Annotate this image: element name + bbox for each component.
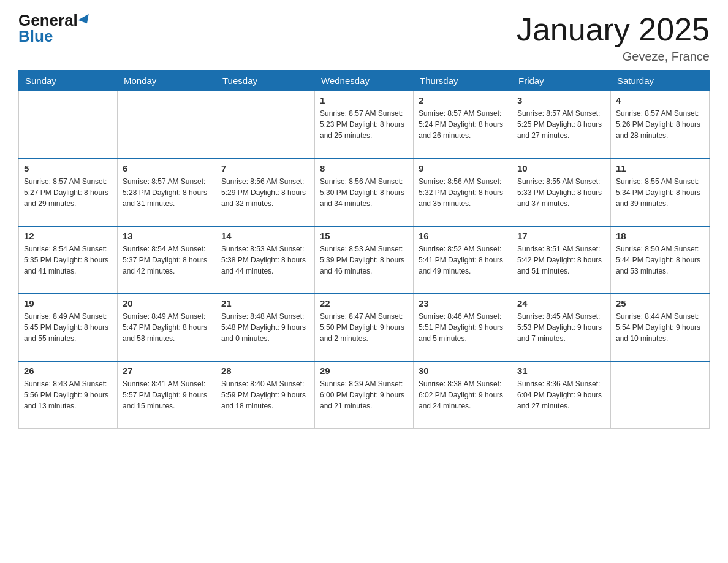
- calendar-cell: 23Sunrise: 8:46 AM Sunset: 5:51 PM Dayli…: [414, 294, 512, 361]
- day-info: Sunrise: 8:40 AM Sunset: 5:59 PM Dayligh…: [221, 378, 309, 412]
- day-info: Sunrise: 8:56 AM Sunset: 5:30 PM Dayligh…: [320, 176, 408, 209]
- day-number: 18: [616, 231, 704, 241]
- day-info: Sunrise: 8:51 AM Sunset: 5:42 PM Dayligh…: [517, 243, 605, 277]
- day-info: Sunrise: 8:49 AM Sunset: 5:47 PM Dayligh…: [123, 311, 211, 344]
- calendar-cell: 25Sunrise: 8:44 AM Sunset: 5:54 PM Dayli…: [611, 294, 710, 361]
- column-header-sunday: Sunday: [19, 71, 118, 91]
- calendar-cell: 5Sunrise: 8:57 AM Sunset: 5:27 PM Daylig…: [19, 159, 118, 226]
- logo: General Blue: [18, 12, 91, 44]
- day-number: 15: [320, 231, 408, 241]
- day-number: 25: [616, 298, 704, 308]
- calendar-cell: 21Sunrise: 8:48 AM Sunset: 5:48 PM Dayli…: [216, 294, 315, 361]
- calendar-week-row: 5Sunrise: 8:57 AM Sunset: 5:27 PM Daylig…: [19, 159, 710, 226]
- day-number: 27: [123, 366, 211, 376]
- day-number: 7: [221, 163, 309, 174]
- day-info: Sunrise: 8:55 AM Sunset: 5:34 PM Dayligh…: [616, 176, 704, 209]
- day-info: Sunrise: 8:56 AM Sunset: 5:29 PM Dayligh…: [221, 176, 309, 209]
- column-header-friday: Friday: [512, 71, 611, 91]
- calendar-cell: 15Sunrise: 8:53 AM Sunset: 5:39 PM Dayli…: [315, 226, 414, 294]
- calendar-cell: 1Sunrise: 8:57 AM Sunset: 5:23 PM Daylig…: [315, 91, 414, 159]
- day-number: 11: [616, 163, 704, 174]
- calendar-cell: [216, 91, 315, 159]
- day-info: Sunrise: 8:56 AM Sunset: 5:32 PM Dayligh…: [419, 176, 507, 209]
- calendar-cell: 10Sunrise: 8:55 AM Sunset: 5:33 PM Dayli…: [512, 159, 611, 226]
- day-number: 28: [221, 366, 309, 376]
- day-number: 6: [123, 163, 211, 174]
- month-title: January 2025: [517, 12, 710, 47]
- day-number: 1: [320, 95, 408, 105]
- column-header-wednesday: Wednesday: [315, 71, 414, 91]
- day-number: 12: [24, 231, 112, 241]
- day-info: Sunrise: 8:57 AM Sunset: 5:24 PM Dayligh…: [419, 108, 507, 141]
- day-number: 14: [221, 231, 309, 241]
- calendar-cell: 19Sunrise: 8:49 AM Sunset: 5:45 PM Dayli…: [19, 294, 118, 361]
- calendar-cell: [19, 91, 118, 159]
- calendar-cell: 7Sunrise: 8:56 AM Sunset: 5:29 PM Daylig…: [216, 159, 315, 226]
- day-info: Sunrise: 8:39 AM Sunset: 6:00 PM Dayligh…: [320, 378, 408, 412]
- day-number: 9: [419, 163, 507, 174]
- logo-blue-text: Blue: [18, 28, 53, 44]
- column-header-saturday: Saturday: [611, 71, 710, 91]
- column-header-thursday: Thursday: [414, 71, 512, 91]
- calendar-cell: 26Sunrise: 8:43 AM Sunset: 5:56 PM Dayli…: [19, 361, 118, 429]
- day-info: Sunrise: 8:44 AM Sunset: 5:54 PM Dayligh…: [616, 311, 704, 344]
- day-number: 5: [24, 163, 112, 174]
- calendar-cell: 13Sunrise: 8:54 AM Sunset: 5:37 PM Dayli…: [118, 226, 216, 294]
- day-number: 29: [320, 366, 408, 376]
- calendar-cell: 29Sunrise: 8:39 AM Sunset: 6:00 PM Dayli…: [315, 361, 414, 429]
- column-header-monday: Monday: [118, 71, 216, 91]
- day-info: Sunrise: 8:53 AM Sunset: 5:38 PM Dayligh…: [221, 243, 309, 277]
- day-info: Sunrise: 8:48 AM Sunset: 5:48 PM Dayligh…: [221, 311, 309, 344]
- day-number: 24: [517, 298, 605, 308]
- calendar-cell: 17Sunrise: 8:51 AM Sunset: 5:42 PM Dayli…: [512, 226, 611, 294]
- calendar-week-row: 1Sunrise: 8:57 AM Sunset: 5:23 PM Daylig…: [19, 91, 710, 159]
- day-number: 3: [517, 95, 605, 105]
- day-number: 10: [517, 163, 605, 174]
- day-number: 19: [24, 298, 112, 308]
- day-info: Sunrise: 8:54 AM Sunset: 5:37 PM Dayligh…: [123, 243, 211, 277]
- day-info: Sunrise: 8:47 AM Sunset: 5:50 PM Dayligh…: [320, 311, 408, 344]
- calendar-cell: [118, 91, 216, 159]
- day-number: 20: [123, 298, 211, 308]
- day-info: Sunrise: 8:55 AM Sunset: 5:33 PM Dayligh…: [517, 176, 605, 209]
- calendar-cell: 2Sunrise: 8:57 AM Sunset: 5:24 PM Daylig…: [414, 91, 512, 159]
- day-info: Sunrise: 8:57 AM Sunset: 5:26 PM Dayligh…: [616, 108, 704, 141]
- calendar-cell: 20Sunrise: 8:49 AM Sunset: 5:47 PM Dayli…: [118, 294, 216, 361]
- day-info: Sunrise: 8:57 AM Sunset: 5:23 PM Dayligh…: [320, 108, 408, 141]
- calendar-cell: 31Sunrise: 8:36 AM Sunset: 6:04 PM Dayli…: [512, 361, 611, 429]
- day-info: Sunrise: 8:36 AM Sunset: 6:04 PM Dayligh…: [517, 378, 605, 412]
- day-number: 23: [419, 298, 507, 308]
- calendar-week-row: 19Sunrise: 8:49 AM Sunset: 5:45 PM Dayli…: [19, 294, 710, 361]
- calendar-cell: 30Sunrise: 8:38 AM Sunset: 6:02 PM Dayli…: [414, 361, 512, 429]
- day-info: Sunrise: 8:53 AM Sunset: 5:39 PM Dayligh…: [320, 243, 408, 277]
- day-number: 21: [221, 298, 309, 308]
- day-info: Sunrise: 8:54 AM Sunset: 5:35 PM Dayligh…: [24, 243, 112, 277]
- day-number: 16: [419, 231, 507, 241]
- calendar-cell: 18Sunrise: 8:50 AM Sunset: 5:44 PM Dayli…: [611, 226, 710, 294]
- day-number: 13: [123, 231, 211, 241]
- calendar-table: SundayMondayTuesdayWednesdayThursdayFrid…: [18, 70, 710, 429]
- logo-general-text: General: [18, 12, 78, 28]
- calendar-cell: 27Sunrise: 8:41 AM Sunset: 5:57 PM Dayli…: [118, 361, 216, 429]
- day-number: 31: [517, 366, 605, 376]
- day-number: 22: [320, 298, 408, 308]
- day-info: Sunrise: 8:46 AM Sunset: 5:51 PM Dayligh…: [419, 311, 507, 344]
- calendar-cell: 24Sunrise: 8:45 AM Sunset: 5:53 PM Dayli…: [512, 294, 611, 361]
- day-number: 17: [517, 231, 605, 241]
- day-number: 2: [419, 95, 507, 105]
- day-info: Sunrise: 8:52 AM Sunset: 5:41 PM Dayligh…: [419, 243, 507, 277]
- column-header-tuesday: Tuesday: [216, 71, 315, 91]
- calendar-cell: 28Sunrise: 8:40 AM Sunset: 5:59 PM Dayli…: [216, 361, 315, 429]
- day-number: 26: [24, 366, 112, 376]
- day-info: Sunrise: 8:49 AM Sunset: 5:45 PM Dayligh…: [24, 311, 112, 344]
- calendar-week-row: 26Sunrise: 8:43 AM Sunset: 5:56 PM Dayli…: [19, 361, 710, 429]
- calendar-cell: [611, 361, 710, 429]
- location-text: Geveze, France: [517, 50, 710, 64]
- day-info: Sunrise: 8:45 AM Sunset: 5:53 PM Dayligh…: [517, 311, 605, 344]
- calendar-cell: 16Sunrise: 8:52 AM Sunset: 5:41 PM Dayli…: [414, 226, 512, 294]
- calendar-header-row: SundayMondayTuesdayWednesdayThursdayFrid…: [19, 71, 710, 91]
- calendar-cell: 3Sunrise: 8:57 AM Sunset: 5:25 PM Daylig…: [512, 91, 611, 159]
- calendar-cell: 14Sunrise: 8:53 AM Sunset: 5:38 PM Dayli…: [216, 226, 315, 294]
- page-header: General Blue January 2025 Geveze, France: [18, 12, 710, 64]
- calendar-cell: 4Sunrise: 8:57 AM Sunset: 5:26 PM Daylig…: [611, 91, 710, 159]
